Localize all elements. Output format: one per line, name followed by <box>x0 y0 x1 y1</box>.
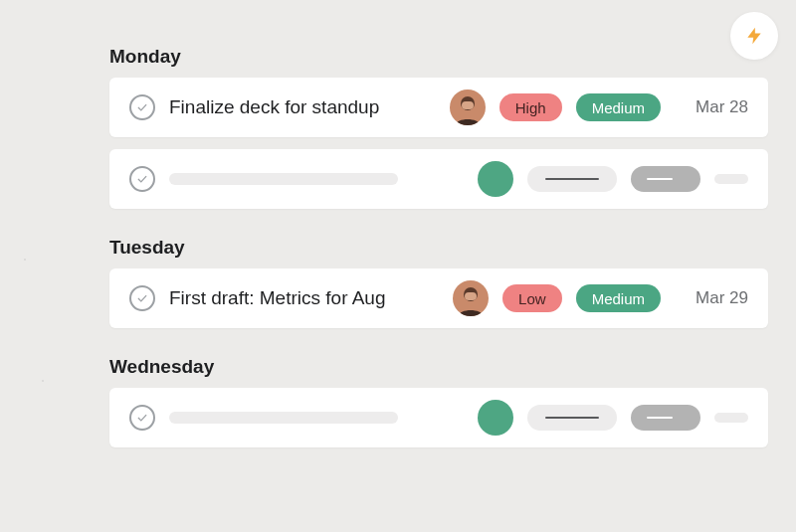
complete-checkbox[interactable] <box>129 94 155 120</box>
due-date: Mar 28 <box>685 97 748 117</box>
bolt-icon <box>744 26 764 46</box>
task-title: First draft: Metrics for Aug <box>169 287 386 309</box>
placeholder-avatar <box>478 161 513 197</box>
day-header: Monday <box>109 46 768 68</box>
placeholder-title <box>169 412 398 424</box>
check-icon <box>135 172 149 186</box>
svg-rect-2 <box>462 101 474 109</box>
placeholder-avatar <box>478 400 513 436</box>
complete-checkbox[interactable] <box>129 405 155 431</box>
placeholder-date <box>714 413 748 423</box>
priority-tag[interactable]: High <box>499 93 562 121</box>
day-header: Tuesday <box>109 237 768 259</box>
day-header: Wednesday <box>109 356 768 378</box>
task-row[interactable]: First draft: Metrics for Aug Low Medium … <box>109 268 768 328</box>
complete-checkbox[interactable] <box>129 166 155 192</box>
placeholder-pill <box>631 405 700 431</box>
assignee-avatar[interactable] <box>453 280 489 316</box>
placeholder-pill <box>631 166 700 192</box>
placeholder-title <box>169 173 398 185</box>
task-list-page: Monday Finalize deck for standup High Me… <box>0 0 796 447</box>
task-row-placeholder <box>109 388 768 447</box>
task-row[interactable]: Finalize deck for standup High Medium Ma… <box>109 78 768 137</box>
day-block-tuesday: Tuesday First draft: Metrics for Aug Low… <box>109 237 768 328</box>
svg-rect-5 <box>465 292 477 300</box>
day-block-monday: Monday Finalize deck for standup High Me… <box>109 46 768 209</box>
day-block-wednesday: Wednesday <box>109 356 768 447</box>
task-row-placeholder <box>109 149 768 209</box>
placeholder-pill <box>527 405 617 431</box>
status-tag[interactable]: Medium <box>576 93 661 121</box>
due-date: Mar 29 <box>685 288 748 308</box>
assignee-avatar[interactable] <box>450 89 486 125</box>
check-icon <box>135 100 149 114</box>
check-icon <box>135 411 149 425</box>
check-icon <box>135 291 149 305</box>
quick-action-fab[interactable] <box>730 12 778 60</box>
placeholder-date <box>714 174 748 184</box>
placeholder-pill <box>527 166 617 192</box>
priority-tag[interactable]: Low <box>502 284 562 312</box>
task-title: Finalize deck for standup <box>169 96 379 118</box>
complete-checkbox[interactable] <box>129 285 155 311</box>
status-tag[interactable]: Medium <box>576 284 661 312</box>
